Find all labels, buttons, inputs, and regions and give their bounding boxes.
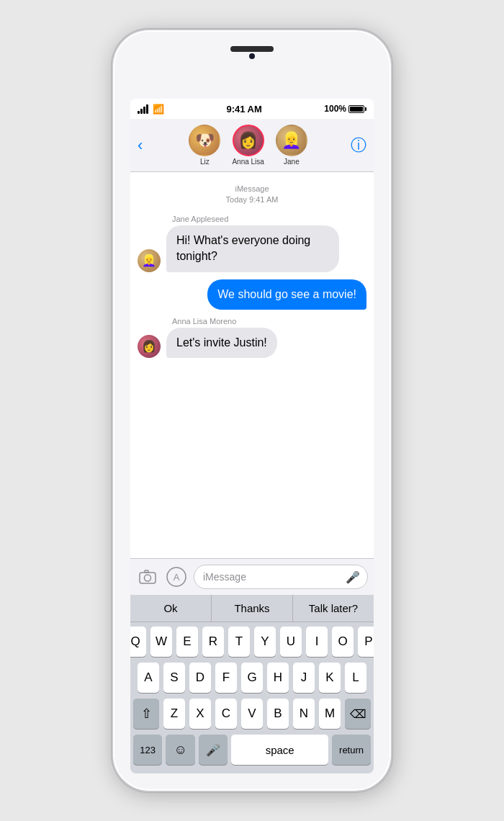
avatar-liz: 🐶	[189, 125, 220, 156]
key-v[interactable]: V	[241, 699, 263, 729]
nav-avatars: 🐶 Liz 👩 Anna Lisa 👱‍♀️	[145, 125, 351, 166]
predict-thanks[interactable]: Thanks	[212, 595, 293, 622]
emoji-key[interactable]: ☺	[166, 735, 194, 765]
key-s[interactable]: S	[163, 663, 185, 693]
battery-tip	[365, 107, 366, 111]
mic-input-icon: 🎤	[346, 570, 360, 584]
nums-key[interactable]: 123	[133, 735, 162, 765]
key-e[interactable]: E	[176, 627, 198, 657]
contact-anna[interactable]: 👩 Anna Lisa	[232, 125, 264, 166]
nav-bar: ‹ 🐶 Liz 👩 Anna Lisa	[130, 119, 374, 172]
contact-liz[interactable]: 🐶 Liz	[189, 125, 220, 166]
input-area: A iMessage 🎤	[130, 558, 374, 595]
phone-frame: 📶 9:41 AM 100% ‹	[112, 29, 392, 792]
info-icon: ⓘ	[351, 136, 366, 154]
signal-bar-4	[146, 104, 148, 114]
mute-button	[112, 138, 113, 163]
key-i[interactable]: I	[306, 627, 328, 657]
input-placeholder: iMessage	[203, 571, 246, 583]
status-right: 100%	[324, 104, 366, 114]
predict-ok[interactable]: Ok	[130, 595, 212, 622]
key-q[interactable]: Q	[130, 627, 146, 657]
key-m[interactable]: M	[319, 699, 341, 729]
svg-rect-2	[145, 570, 148, 573]
anna-face: 👩	[238, 133, 258, 148]
camera-icon	[139, 569, 156, 585]
jane-msg-face: 👱‍♀️	[142, 255, 156, 266]
key-row-2: A S D F G H J K L	[133, 663, 371, 693]
key-j[interactable]: J	[293, 663, 315, 693]
delete-key[interactable]: ⌫	[345, 699, 371, 729]
camera-dot	[249, 53, 255, 59]
camera-button[interactable]	[136, 565, 159, 588]
info-button[interactable]: ⓘ	[351, 135, 366, 156]
imessage-label: iMessage	[138, 184, 366, 194]
key-f[interactable]: F	[215, 663, 237, 693]
status-left: 📶	[138, 104, 164, 115]
screen: 📶 9:41 AM 100% ‹	[130, 99, 374, 773]
key-h[interactable]: H	[267, 663, 289, 693]
key-d[interactable]: D	[189, 663, 211, 693]
liz-face: 🐶	[195, 133, 215, 148]
phone-inner: 📶 9:41 AM 100% ‹	[120, 37, 384, 784]
key-x[interactable]: X	[189, 699, 211, 729]
key-z[interactable]: Z	[163, 699, 185, 729]
apps-button[interactable]: A	[165, 565, 188, 588]
key-l[interactable]: L	[345, 663, 366, 693]
wifi-icon: 📶	[153, 104, 164, 115]
battery-pct: 100%	[324, 104, 346, 114]
battery-icon	[348, 105, 366, 113]
volume-up-button	[112, 174, 113, 217]
signal-bar-2	[140, 109, 143, 114]
key-p[interactable]: P	[358, 627, 374, 657]
svg-point-1	[145, 575, 151, 581]
sender-jane: Jane Appleseed	[172, 215, 366, 223]
back-icon: ‹	[138, 136, 143, 155]
key-b[interactable]: B	[267, 699, 289, 729]
svg-text:A: A	[174, 572, 180, 583]
bubble-3: Let's invite Justin!	[166, 328, 277, 358]
msg-avatar-anna: 👩	[138, 335, 161, 358]
key-t[interactable]: T	[228, 627, 250, 657]
msg-avatar-jane: 👱‍♀️	[138, 249, 161, 272]
message-input[interactable]: iMessage 🎤	[194, 565, 368, 589]
battery-body	[348, 105, 364, 113]
chat-area: iMessage Today 9:41 AM Jane Appleseed 👱‍…	[130, 172, 374, 558]
contact-jane[interactable]: 👱‍♀️ Jane	[276, 125, 307, 166]
signal-bar-3	[143, 107, 145, 114]
key-y[interactable]: Y	[254, 627, 276, 657]
message-row-3: 👩 Let's invite Justin!	[138, 328, 366, 358]
key-r[interactable]: R	[202, 627, 224, 657]
chat-timestamp: iMessage Today 9:41 AM	[138, 184, 366, 206]
space-key[interactable]: space	[231, 735, 328, 765]
status-bar: 📶 9:41 AM 100%	[130, 99, 374, 119]
back-button[interactable]: ‹	[138, 136, 143, 155]
signal-bar-1	[138, 111, 140, 114]
speaker-notch	[230, 46, 274, 52]
key-k[interactable]: K	[319, 663, 341, 693]
key-g[interactable]: G	[241, 663, 263, 693]
liz-name: Liz	[200, 158, 210, 166]
jane-name: Jane	[284, 158, 300, 166]
mic-key[interactable]: 🎤	[199, 735, 228, 765]
timestamp-date: Today 9:41 AM	[138, 194, 366, 205]
key-a[interactable]: A	[138, 663, 159, 693]
predict-talk-later[interactable]: Talk later?	[293, 595, 374, 622]
key-row-3: ⇧ Z X C V B N M ⌫	[133, 699, 371, 729]
keyboard: Q W E R T Y U I O P A S D F G	[130, 622, 374, 773]
predictive-bar: Ok Thanks Talk later?	[130, 595, 374, 622]
key-o[interactable]: O	[332, 627, 354, 657]
key-u[interactable]: U	[280, 627, 302, 657]
bubble-2: We should go see a movie!	[207, 279, 366, 310]
apps-icon: A	[166, 567, 186, 587]
return-key[interactable]: return	[332, 735, 371, 765]
signal-bars	[138, 104, 148, 114]
key-row-1: Q W E R T Y U I O P	[133, 627, 371, 657]
volume-down-button	[112, 228, 113, 272]
shift-key[interactable]: ⇧	[133, 699, 159, 729]
key-n[interactable]: N	[293, 699, 315, 729]
key-c[interactable]: C	[215, 699, 237, 729]
key-w[interactable]: W	[150, 627, 172, 657]
bubble-1: Hi! What's everyone doing tonight?	[166, 225, 339, 272]
anna-msg-face: 👩	[142, 341, 156, 352]
